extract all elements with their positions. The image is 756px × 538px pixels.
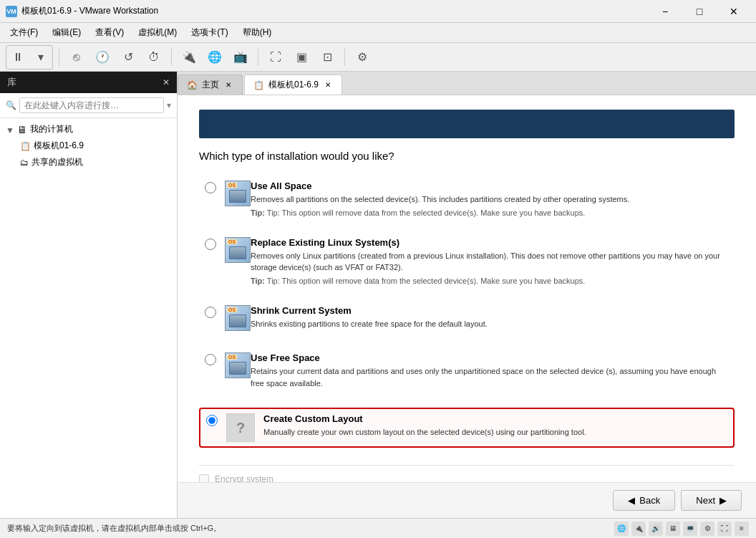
usb-status-icon[interactable]: 🔌 [631, 522, 646, 536]
vm-control-group: ⏸ ▾ [6, 45, 53, 69]
display-status-icon[interactable]: 🖥 [666, 522, 680, 536]
back-icon: ◀ [628, 495, 635, 506]
back-button[interactable]: ◀ Back [613, 490, 675, 511]
unity-button[interactable]: ▣ [290, 46, 313, 69]
settings-button[interactable]: ⚙ [351, 46, 374, 69]
search-dropdown-icon[interactable]: ▾ [167, 100, 171, 110]
encrypt-system-row: Encrypt system [199, 474, 735, 482]
disk-icon-2: OS [225, 237, 251, 263]
option-custom-layout-radio[interactable] [206, 415, 218, 426]
option-shrink-desc: Shrinks existing partitions to create fr… [251, 318, 729, 330]
option-replace-linux-radio[interactable] [205, 239, 216, 250]
disk-icon-1: OS [225, 181, 251, 206]
option-replace-linux[interactable]: OS Replace Existing Linux System(s) Remo… [199, 233, 735, 289]
disk-icon-4: OS [225, 352, 251, 378]
sidebar-item-shared[interactable]: 🗂 共享的虚拟机 [0, 154, 177, 170]
disk-icon-3: OS [225, 305, 251, 331]
menu-file[interactable]: 文件(F) [3, 24, 45, 42]
fullscreen-status-icon[interactable]: ⛶ [717, 522, 732, 536]
statusbar: 要将输入定向到该虚拟机，请在虚拟机内部单击或按 Ctrl+G。 🌐 🔌 🔊 🖥 … [0, 518, 756, 538]
app-icon: VM [6, 6, 17, 17]
fit-button[interactable]: ⊡ [316, 46, 339, 69]
next-icon: ▶ [719, 495, 727, 506]
main-layout: 库 ✕ 🔍 ▾ ▼ 🖥 我的计算机 📋 模板机01-6.9 🗂 共享的虚拟机 [0, 72, 756, 518]
option-free-space-desc: Retains your current data and partitions… [251, 365, 729, 389]
statusbar-icons: 🌐 🔌 🔊 🖥 💻 ⚙ ⛶ ≡ [614, 522, 749, 536]
option-replace-linux-text: Replace Existing Linux System(s) Removes… [251, 237, 729, 285]
menu-vm[interactable]: 虚拟机(M) [131, 24, 184, 42]
separator-4 [344, 49, 345, 66]
snapshot-button[interactable]: 🕐 [91, 46, 114, 69]
option-custom-layout[interactable]: ? Create Custom Layout Manually create y… [199, 408, 735, 448]
tab-vm-close[interactable]: ✕ [323, 80, 333, 90]
computer-icon: 🖥 [17, 124, 27, 135]
sidebar-header: 库 ✕ [0, 72, 177, 93]
sidebar-close-button[interactable]: ✕ [163, 77, 170, 87]
option-shrink-name: Shrink Current System [251, 305, 729, 316]
tabs-bar: 🏠 主页 ✕ 📋 模板机01-6.9 ✕ [178, 72, 756, 95]
tab-home-label: 主页 [202, 79, 219, 91]
minimize-button[interactable]: − [649, 0, 682, 23]
option-use-all-space-desc: Removes all partitions on the selected d… [251, 193, 729, 206]
separator-3 [258, 49, 258, 66]
menu-view[interactable]: 查看(V) [88, 24, 131, 42]
fullscreen-button[interactable]: ⛶ [264, 46, 287, 69]
option-custom-layout-desc: Manually create your own custom layout o… [263, 426, 727, 438]
sidebar-item-my-computer[interactable]: ▼ 🖥 我的计算机 [0, 121, 177, 138]
usb-button[interactable]: 🔌 [178, 46, 200, 69]
audio-status-icon[interactable]: 🔊 [649, 522, 663, 536]
checkboxes-section: Encrypt system Review and modify partiti… [199, 465, 735, 482]
separator-2 [171, 49, 172, 66]
sidebar: 库 ✕ 🔍 ▾ ▼ 🖥 我的计算机 📋 模板机01-6.9 🗂 共享的虚拟机 [0, 72, 178, 518]
maximize-button[interactable]: □ [683, 0, 716, 23]
display-button[interactable]: 📺 [229, 46, 252, 69]
tab-vm-label: 模板机01-6.9 [268, 79, 319, 91]
gear-status-icon[interactable]: ⚙ [700, 522, 714, 536]
option-shrink[interactable]: OS Shrink Current System Shrinks existin… [199, 301, 735, 337]
menu-tabs[interactable]: 选项卡(T) [184, 24, 235, 42]
sidebar-item-vm[interactable]: 📋 模板机01-6.9 [0, 138, 177, 154]
encrypt-system-checkbox[interactable] [199, 474, 209, 482]
network-status-icon[interactable]: 🌐 [614, 522, 629, 536]
content-area: 🏠 主页 ✕ 📋 模板机01-6.9 ✕ Which type of insta… [178, 72, 756, 518]
option-free-space[interactable]: OS Use Free Space Retains your current d… [199, 348, 735, 396]
vm-status-icon[interactable]: 💻 [683, 522, 697, 536]
option-use-all-space[interactable]: OS Use All Space Removes all partitions … [199, 176, 735, 221]
menu-help[interactable]: 帮助(H) [236, 24, 279, 42]
collapse-icon: ▼ [6, 125, 14, 134]
tab-vm[interactable]: 📋 模板机01-6.9 ✕ [244, 75, 342, 95]
next-button[interactable]: Next ▶ [681, 490, 742, 511]
my-computer-label: 我的计算机 [30, 123, 73, 135]
next-label: Next [696, 495, 715, 506]
pause-button[interactable]: ⏸ [6, 46, 29, 69]
option-shrink-radio[interactable] [205, 307, 216, 318]
more-status-icon[interactable]: ≡ [735, 522, 749, 536]
search-input[interactable] [19, 97, 164, 113]
option-free-space-text: Use Free Space Retains your current data… [251, 352, 729, 392]
tab-home[interactable]: 🏠 主页 ✕ [178, 75, 243, 95]
sidebar-search: 🔍 ▾ [0, 93, 177, 118]
search-icon: 🔍 [6, 100, 16, 110]
option-use-all-space-tip: Tip: Tip: This option will remove data f… [251, 208, 729, 217]
option-custom-layout-name: Create Custom Layout [263, 413, 727, 424]
option-custom-layout-text: Create Custom Layout Manually create you… [263, 413, 727, 441]
close-button[interactable]: ✕ [717, 0, 750, 23]
option-use-all-space-radio[interactable] [205, 182, 216, 193]
vm-dropdown-button[interactable]: ▾ [29, 46, 52, 69]
option-shrink-text: Shrink Current System Shrinks existing p… [251, 305, 729, 333]
send-ctrl-alt-del-button[interactable]: ⎋ [65, 46, 88, 69]
revert-button[interactable]: ↺ [117, 46, 140, 69]
vm-icon: 📋 [20, 141, 31, 151]
option-free-space-radio[interactable] [205, 354, 216, 365]
sidebar-tree: ▼ 🖥 我的计算机 📋 模板机01-6.9 🗂 共享的虚拟机 [0, 118, 177, 518]
toolbar: ⏸ ▾ ⎋ 🕐 ↺ ⏱ 🔌 🌐 📺 ⛶ ▣ ⊡ ⚙ [0, 43, 756, 72]
tab-home-close[interactable]: ✕ [223, 80, 233, 90]
menubar: 文件(F) 编辑(E) 查看(V) 虚拟机(M) 选项卡(T) 帮助(H) [0, 23, 756, 43]
option-free-space-name: Use Free Space [251, 352, 729, 363]
window-title: 模板机01-6.9 - VMware Workstation [21, 5, 649, 17]
menu-edit[interactable]: 编辑(E) [45, 24, 88, 42]
network-button[interactable]: 🌐 [203, 46, 226, 69]
vm-label: 模板机01-6.9 [34, 140, 84, 152]
snapshot-manager-button[interactable]: ⏱ [142, 46, 165, 69]
custom-layout-icon: ? [226, 413, 255, 442]
